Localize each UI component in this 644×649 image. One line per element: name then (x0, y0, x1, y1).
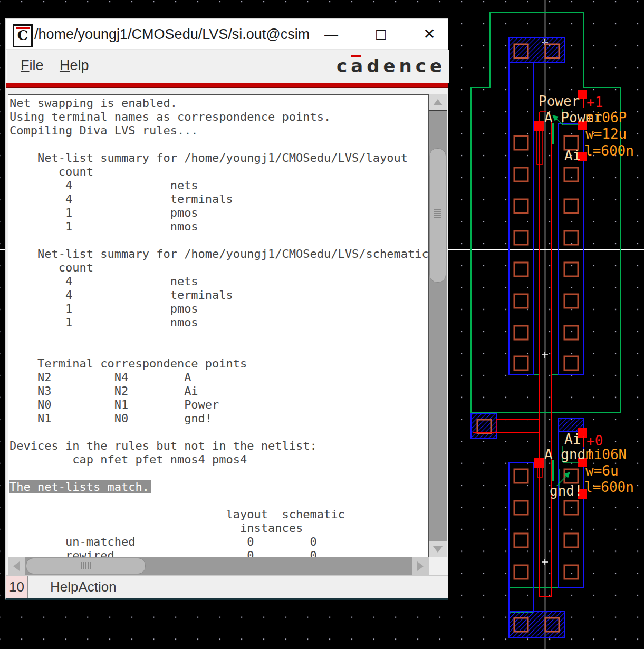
terminal-line: Net-list summary for /home/youngj1/CMOSe… (9, 151, 428, 165)
terminal-line: Terminal correspondence points (9, 357, 428, 371)
terminal-line: Devices in the rules but not in the netl… (9, 439, 428, 453)
layout-label-power: Power (539, 93, 580, 109)
layout-label-ai-bottom: Ai (564, 431, 581, 447)
terminal-line (9, 138, 428, 151)
terminal-line: 4 terminals (9, 192, 428, 206)
layout-label-plus1: +1 (587, 94, 603, 110)
terminal-line: N3 N2 Ai (9, 384, 428, 398)
terminal-line: layout schematic (9, 508, 428, 521)
layout-label-ai-top: Ai (564, 148, 581, 163)
maximize-button[interactable]: □ (372, 25, 390, 43)
terminal-line: N2 N4 A (9, 371, 428, 384)
h-scrollbar[interactable] (8, 557, 429, 575)
terminal-line: N1 N0 gnd! (9, 412, 428, 425)
layout-label-gnd: gnd! (550, 483, 583, 499)
layout-label-inst-nmos: mi06N (585, 447, 627, 462)
down-arrow-icon (433, 546, 443, 553)
layout-label-width-pmos: w=12u (585, 126, 627, 142)
scroll-down-button[interactable] (429, 541, 447, 557)
terminal-line (9, 494, 428, 508)
menu-item-help[interactable]: Help (60, 57, 89, 74)
terminal-line: 1 nmos (9, 220, 428, 234)
window-title: /home/youngj1/CMOSedu/LVS/si.out@csimcl.… (34, 26, 309, 43)
terminal-line: 4 terminals (9, 288, 428, 302)
terminal-line: count (9, 261, 428, 275)
terminal-line: Net swapping is enabled. (9, 96, 428, 110)
terminal-line: un-matched 0 0 (9, 535, 428, 549)
lvs-output-window: C /home/youngj1/CMOSedu/LVS/si.out@csimc… (5, 18, 448, 600)
terminal-line: count (9, 165, 428, 179)
logo-pre: c (337, 55, 351, 76)
red-separator (6, 83, 448, 88)
terminal-line (9, 467, 428, 480)
layout-label-length-pmos: l=600n (584, 143, 634, 159)
terminal-line: 1 nmos (9, 316, 428, 330)
up-arrow-icon (433, 99, 443, 105)
status-action: HelpAction (50, 576, 117, 598)
menu-item-file[interactable]: File (21, 57, 44, 74)
terminal-line: Net-list summary for /home/youngj1/CMOSe… (9, 247, 428, 261)
terminal-line: 4 nets (9, 275, 428, 288)
titlebar: C /home/youngj1/CMOSedu/LVS/si.out@csimc… (6, 19, 448, 50)
cadence-logo: cadence (337, 55, 446, 76)
statusbar: 10 HelpAction (6, 575, 448, 598)
h-scroll-thumb[interactable] (26, 558, 146, 574)
terminal-line: N0 N1 Power (9, 398, 428, 412)
status-number: 10 (6, 576, 28, 598)
right-arrow-icon (417, 561, 424, 571)
screen: Power +1 A_Power mi06P w=12u l=600n Ai A… (0, 0, 644, 649)
scroll-left-button[interactable] (8, 557, 25, 575)
terminal-line (9, 330, 428, 343)
minimize-button[interactable]: — (322, 25, 340, 43)
terminal-line: The net-lists match. (9, 480, 428, 494)
layout-label-width-nmos: w=6u (585, 463, 619, 479)
terminal-line: Using terminal names as correspondence p… (9, 110, 428, 124)
scroll-right-button[interactable] (412, 557, 429, 575)
left-arrow-icon (13, 561, 20, 571)
terminal-line: Compiling Diva LVS rules... (9, 124, 428, 138)
logo-accent: a (351, 55, 367, 76)
terminal-line: 1 pmos (9, 302, 428, 316)
layout-label-length-nmos: l=600n (584, 479, 634, 495)
menubar: File Help cadence (6, 50, 449, 83)
terminal-line (9, 343, 428, 357)
terminal-line: 4 nets (9, 179, 428, 192)
v-scroll-thumb[interactable] (429, 148, 446, 283)
layout-label-inst-pmos: mi06P (585, 110, 627, 125)
close-button[interactable]: ✕ (420, 25, 438, 43)
terminal-line: instances (9, 521, 428, 535)
terminal-line (9, 234, 428, 247)
v-scrollbar[interactable] (429, 94, 447, 557)
terminal-line: rewired 0 0 (9, 549, 428, 557)
cadence-app-icon: C (13, 24, 33, 47)
terminal-line (9, 425, 428, 439)
terminal-line: 1 pmos (9, 206, 428, 220)
scroll-up-button[interactable] (429, 94, 447, 111)
terminal-line: cap nfet pfet nmos4 pmos4 (9, 453, 428, 467)
logo-post: dence (367, 55, 446, 76)
output-text-area[interactable]: Net swapping is enabled.Using terminal n… (8, 94, 429, 557)
